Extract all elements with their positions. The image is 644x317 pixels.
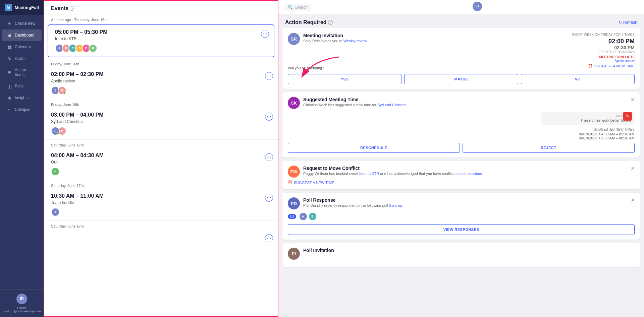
search-input-wrap[interactable]: 🔍 Search	[284, 4, 312, 11]
user-avatar-top[interactable]: ID	[473, 2, 482, 11]
attending-question: Will you be attending?	[288, 66, 324, 70]
event-avatars: P	[51, 167, 271, 176]
event-avatars: T	[51, 208, 271, 216]
drafts-icon: ✎	[7, 56, 12, 61]
poll-badge: 2/2	[288, 214, 296, 219]
event-more-button[interactable]: ⋯	[265, 194, 273, 202]
event-more-button[interactable]: ⋯	[261, 30, 269, 38]
event-card[interactable]: ⋯	[44, 230, 278, 243]
request-move-conflict-card: ✕ PW Request to Move Conflict Peggy Whit…	[282, 161, 640, 189]
suggested-time-1: 06/19/2023, 04:30 AM – 05:30 AM	[288, 132, 635, 136]
event-more-button[interactable]: ⋯	[265, 153, 273, 161]
sidebar-item-calendar[interactable]: ▦ Calendar	[2, 41, 42, 53]
event-group-header: Saturday, June 17th	[44, 221, 278, 230]
event-more-button[interactable]: ⋯	[265, 72, 273, 80]
event-avatars: S C	[51, 127, 271, 135]
card-info: Request to Move Conflict Peggy Whitson h…	[303, 166, 482, 176]
sidebar-item-label: Drafts	[15, 56, 25, 61]
time-start: 02:00 PM	[572, 38, 635, 45]
card-subtitle-link[interactable]: Weekly review	[343, 39, 367, 43]
close-button[interactable]: ✕	[629, 165, 636, 172]
event-card[interactable]: ⋯ 05:00 PM – 05:30 PM Intro to KTR A B C…	[48, 24, 274, 57]
poll-link[interactable]: Sync up.	[389, 203, 404, 207]
event-card[interactable]: ⋯ 03:00 PM – 04:00 PM Syd and Christina …	[44, 108, 278, 140]
card-info: Poll Invitation	[303, 248, 334, 253]
maybe-button[interactable]: MAYBE	[404, 74, 518, 84]
avatar: T	[51, 208, 60, 216]
sidebar-item-drafts[interactable]: ✎ Drafts	[2, 53, 42, 64]
event-card[interactable]: ⋯ 04:00 AM – 04:30 AM Out P	[44, 148, 278, 180]
card-subtitle-link[interactable]: Syd and Christina	[377, 103, 407, 107]
event-more-button[interactable]: ⋯	[265, 113, 273, 121]
event-time: 05:00 PM – 05:30 PM	[55, 29, 267, 35]
calendar-icon: ▦	[7, 44, 12, 50]
event-group-header: Saturday, June 17th	[44, 140, 278, 148]
card-header: PD Poll Response Phil Dunphy recently re…	[288, 197, 635, 209]
conflicts-ref[interactable]: Apollo review	[572, 59, 635, 63]
sidebar-item-polls[interactable]: ◫ Polls	[2, 80, 42, 92]
sidebar-item-collapse[interactable]: ← Collapse	[2, 104, 42, 115]
sidebar-item-label: Collapse	[15, 107, 31, 112]
event-time: 03:00 PM – 04:00 PM	[51, 112, 271, 118]
avatar: A	[299, 212, 308, 221]
sidebar-item-label: Polls	[15, 84, 23, 88]
edit-button[interactable]: ✎	[623, 112, 632, 121]
recurrence-label: EVERY WEEK ON FRIDAY FOR 3 TIMES	[572, 33, 635, 37]
card-subtitle: Sally Ride invites you to Weekly review	[303, 39, 367, 43]
event-title: Out	[51, 160, 271, 165]
suggest-new-time-button[interactable]: ⏰ SUGGEST A NEW TIME	[588, 64, 635, 68]
card-subtitle: Phil Dunphy recently responded to the fo…	[303, 203, 403, 207]
suggested-meeting-card: ✕ CK Suggested Meeting Time Christina Ko…	[282, 92, 640, 157]
close-button[interactable]: ✕	[629, 96, 636, 103]
event-time: 04:00 AM – 04:30 AM	[51, 152, 271, 158]
refresh-button[interactable]: ↻ Refresh	[619, 20, 637, 25]
events-title: Events	[51, 5, 68, 11]
event-title: Apollo review	[51, 79, 271, 83]
search-placeholder: Search	[295, 5, 308, 10]
suggested-times-block: SUGGESTED NEW TIMES 06/19/2023, 04:30 AM…	[288, 128, 635, 140]
event-group-header: An hour ago · Thursday, June 15th	[44, 14, 278, 23]
app-name: MeetingFull	[15, 5, 39, 10]
meeting-invitation-card: SR Meeting Invitation Sally Ride invites…	[282, 28, 640, 89]
user-avatar[interactable]: ID	[16, 294, 27, 304]
logo-area[interactable]: M MeetingFull	[0, 0, 44, 15]
sidebar-item-create-new[interactable]: + Create new	[2, 18, 42, 29]
reschedule-button[interactable]: RESCHEDULE	[288, 143, 460, 153]
sidebar-item-label: Insights	[15, 96, 29, 100]
insights-icon: ◈	[7, 95, 12, 101]
no-button[interactable]: NO	[521, 74, 635, 84]
suggest-new-time-button[interactable]: ⏰ SUGGEST A NEW TIME	[288, 180, 635, 185]
user-email: syd.d...@oonmeetings.com	[4, 310, 40, 313]
action-info-badge[interactable]: i	[328, 20, 333, 25]
event-more-button[interactable]: ⋯	[265, 234, 273, 242]
message-bubble: MESSAGE These times work better for me	[541, 112, 635, 125]
action-panel: Action Required i ↻ Refresh SR Meeting I…	[278, 15, 644, 317]
event-time: 02:00 PM – 02:30 PM	[51, 71, 271, 77]
event-title: Syd and Christina	[51, 119, 271, 124]
sidebar-item-dashboard[interactable]: ⊞ Dashboard	[2, 29, 42, 41]
yes-button[interactable]: YES	[288, 74, 401, 84]
sidebar-item-insights[interactable]: ◈ Insights	[2, 92, 42, 104]
collapse-icon: ←	[7, 107, 12, 112]
refresh-label: Refresh	[623, 20, 637, 25]
poll-response-card: ✕ PD Poll Response Phil Dunphy recently …	[282, 193, 640, 240]
action-required-title: Action Required i	[285, 19, 333, 25]
reject-button[interactable]: REJECT	[463, 143, 635, 153]
card-info: Poll Response Phil Dunphy recently respo…	[303, 197, 403, 207]
close-button[interactable]: ✕	[629, 197, 636, 203]
event-card[interactable]: ⋯ 02:00 PM – 02:30 PM Apollo review S R	[44, 67, 278, 99]
events-list: An hour ago · Thursday, June 15th ⋯ 05:0…	[44, 14, 278, 316]
event-card[interactable]: ⋯ 10:30 AM – 11:00 AM Team huddle T	[44, 189, 278, 221]
main-content: Events i An hour ago · Thursday, June 15…	[44, 0, 644, 317]
sidebar-item-label: Dashboard	[15, 33, 35, 38]
event-link[interactable]: Intro to KTR	[359, 172, 379, 176]
events-info-badge[interactable]: i	[70, 6, 74, 11]
card-title: Meeting Invitation	[303, 33, 367, 38]
card-avatar: CK	[288, 97, 300, 109]
events-panel: Events i An hour ago · Thursday, June 15…	[44, 0, 278, 317]
view-responses-button[interactable]: VIEW RESPONSES	[288, 224, 635, 235]
card-title: Poll Invitation	[303, 248, 334, 253]
sidebar-item-action-items[interactable]: ≡ Action Items	[2, 65, 42, 80]
conflict-link[interactable]: Lunch sessions	[457, 172, 482, 176]
action-header: Action Required i ↻ Refresh	[278, 15, 644, 28]
